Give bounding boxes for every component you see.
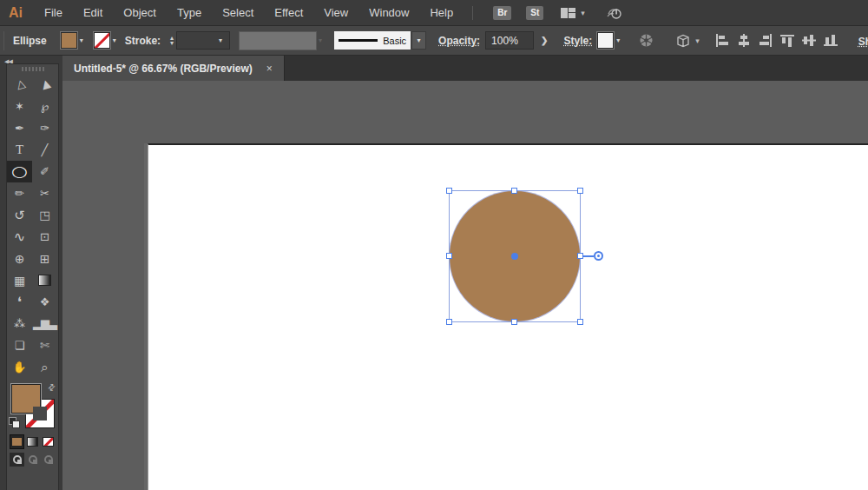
eyedropper-tool-icon: ❛: [17, 295, 22, 309]
fill-chevron-icon[interactable]: ▾: [80, 36, 83, 44]
tool-slice[interactable]: ✄: [32, 334, 57, 356]
tab-close-icon[interactable]: ×: [266, 63, 273, 75]
selection-handle[interactable]: [446, 253, 452, 259]
valign-bottom-icon[interactable]: [824, 34, 838, 47]
draw-normal-button[interactable]: [10, 453, 24, 467]
selection-handle[interactable]: [446, 319, 452, 325]
valign-middle-icon[interactable]: [802, 34, 816, 47]
menu-select[interactable]: Select: [212, 6, 264, 19]
tool-pen[interactable]: ✒: [7, 117, 32, 139]
tool-shape-builder[interactable]: ⊕: [7, 248, 32, 269]
isolate-object-icon[interactable]: [676, 34, 690, 48]
tool-gradient[interactable]: [32, 269, 57, 291]
swap-fill-stroke-icon[interactable]: ⇄: [45, 381, 57, 394]
live-shape-handle-line: [582, 255, 594, 257]
tool-rotate[interactable]: ↺: [7, 204, 32, 226]
gpu-performance-icon[interactable]: [606, 6, 623, 20]
stroke-width-dropdown[interactable]: ▾: [176, 31, 230, 50]
brush-chevron-button[interactable]: ▾: [411, 31, 426, 50]
align-center-icon[interactable]: [737, 34, 751, 47]
stepper-down-icon[interactable]: ▾: [170, 41, 174, 46]
opacity-field[interactable]: 100%: [485, 31, 534, 50]
default-fill-stroke-icon[interactable]: [9, 417, 20, 428]
style-swatch[interactable]: [597, 32, 614, 49]
perspective-grid-tool-icon: ⊞: [40, 253, 50, 265]
tool-direct-selection[interactable]: ▶: [32, 74, 57, 96]
opacity-link[interactable]: Opacity:: [438, 35, 480, 47]
tool-column-graph[interactable]: ▂▆▃: [32, 313, 57, 334]
menu-help[interactable]: Help: [419, 6, 464, 19]
live-shape-handle[interactable]: [594, 251, 603, 261]
profile-chevron-icon: ▾: [319, 36, 322, 44]
style-chevron-icon[interactable]: ▾: [616, 36, 620, 44]
tool-artboard[interactable]: ❏: [7, 334, 32, 356]
selection-handle[interactable]: [446, 188, 452, 194]
fill-color-swatch[interactable]: [61, 32, 77, 49]
stroke-width-stepper[interactable]: ▴ ▾: [170, 36, 174, 46]
menu-type[interactable]: Type: [167, 6, 212, 19]
style-link[interactable]: Style:: [564, 35, 593, 47]
tool-mesh[interactable]: ▦: [7, 269, 32, 291]
align-left-icon[interactable]: [715, 34, 729, 47]
stroke-width-chevron-icon: ▾: [219, 36, 222, 44]
tool-hand[interactable]: ✋: [7, 356, 32, 378]
tool-zoom[interactable]: ⌕: [32, 356, 57, 378]
type-tool-icon: T: [16, 143, 23, 156]
symbol-sprayer-tool-icon: ⁂: [14, 318, 25, 329]
tool-scissors[interactable]: ✂: [32, 182, 57, 204]
draw-inside-button[interactable]: [41, 453, 56, 467]
selection-handle[interactable]: [511, 188, 517, 194]
isolate-chevron-icon[interactable]: ▾: [695, 36, 700, 45]
stock-button[interactable]: St: [526, 6, 543, 20]
tool-line-segment[interactable]: ╱: [32, 139, 57, 161]
canvas[interactable]: [62, 81, 868, 490]
brush-definition-dropdown[interactable]: Basic: [334, 31, 411, 50]
tool-selection[interactable]: ▷: [7, 74, 32, 96]
workspace-switcher-icon[interactable]: [561, 8, 575, 18]
selection-handle[interactable]: [577, 319, 583, 325]
tool-pencil[interactable]: ✏: [7, 182, 32, 204]
workspace-chevron-icon[interactable]: ▾: [581, 9, 585, 17]
document-tab[interactable]: Untitled-5* @ 66.67% (RGB/Preview) ×: [62, 56, 285, 81]
bridge-button[interactable]: Br: [493, 6, 511, 20]
valign-top-icon[interactable]: [780, 34, 794, 47]
opacity-more-button[interactable]: ❯: [534, 36, 555, 45]
tool-free-transform[interactable]: ⊡: [32, 226, 57, 248]
tool-blend[interactable]: ❖: [32, 291, 57, 313]
tool-symbol-sprayer[interactable]: ⁂: [7, 313, 32, 334]
align-right-icon[interactable]: [759, 34, 773, 47]
rotate-tool-icon: ↺: [14, 209, 25, 222]
selection-handle[interactable]: [577, 188, 583, 194]
tool-ellipse[interactable]: ◯: [7, 161, 32, 182]
none-button[interactable]: [41, 434, 56, 449]
tool-type[interactable]: T: [7, 139, 32, 161]
tool-lasso[interactable]: ℘: [32, 96, 57, 117]
center-point[interactable]: [511, 253, 518, 260]
shape-link-truncated[interactable]: Sh: [858, 36, 868, 48]
stroke-color-swatch[interactable]: [94, 32, 110, 49]
tool-paintbrush[interactable]: ✐: [32, 161, 57, 182]
menu-view[interactable]: View: [313, 6, 358, 19]
menu-window[interactable]: Window: [358, 6, 419, 19]
tool-magic-wand[interactable]: ✶: [7, 96, 32, 117]
menu-effect[interactable]: Effect: [264, 6, 313, 19]
lasso-tool-icon: ℘: [41, 101, 49, 112]
gradient-icon: [27, 437, 38, 447]
tool-width[interactable]: ∿: [7, 226, 32, 248]
stroke-chevron-icon[interactable]: ▾: [113, 36, 116, 44]
menu-divider: [472, 6, 473, 20]
menu-edit[interactable]: Edit: [73, 6, 113, 19]
tool-scale[interactable]: ◳: [32, 204, 57, 226]
gradient-button[interactable]: [25, 434, 40, 449]
tool-curvature[interactable]: ✑: [32, 117, 57, 139]
color-button[interactable]: [10, 434, 24, 449]
tool-perspective-grid[interactable]: ⊞: [32, 248, 57, 269]
tool-eyedropper[interactable]: ❛: [7, 291, 32, 313]
panel-grip[interactable]: [7, 64, 58, 74]
tab-strip: Untitled-5* @ 66.67% (RGB/Preview) ×: [62, 56, 868, 81]
menu-object[interactable]: Object: [113, 6, 167, 19]
draw-behind-button[interactable]: [25, 453, 40, 467]
menu-file[interactable]: File: [34, 6, 73, 19]
selection-handle[interactable]: [511, 319, 517, 325]
recolor-artwork-icon[interactable]: [639, 33, 654, 48]
